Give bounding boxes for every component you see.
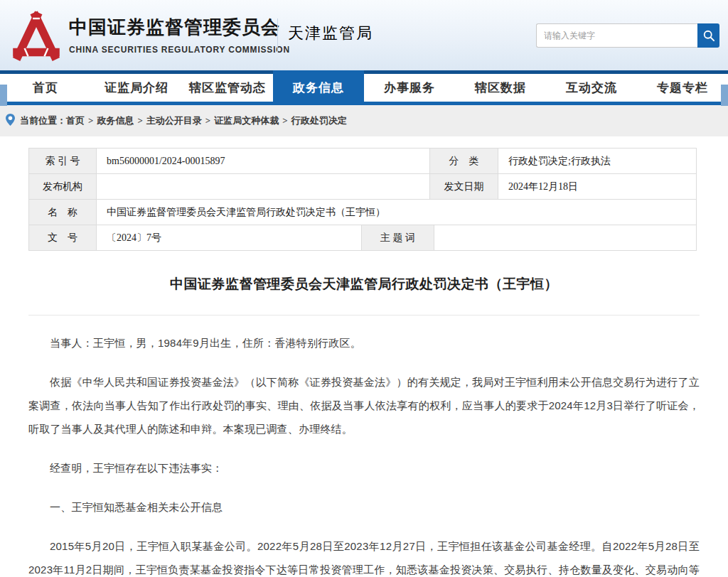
paragraph-legal-basis: 依据《中华人民共和国证券投资基金法》（以下简称《证券投资基金法》）的有关规定，我… — [28, 370, 700, 441]
meta-label-agency: 发布机构 — [28, 173, 97, 200]
meta-value-date: 2024年12月18日 — [498, 173, 697, 200]
meta-value-category: 行政处罚决定;行政执法 — [498, 148, 697, 174]
nav-item-bureau-intro[interactable]: 证监局介绍 — [91, 70, 182, 105]
meta-value-doc-no: 〔2024〕7号 — [96, 225, 362, 251]
org-name-en: CHINA SECURITIES REGULATORY COMMISSION — [69, 45, 290, 55]
meta-label-index: 索 引 号 — [28, 148, 97, 174]
meta-value-agency — [96, 173, 430, 200]
meta-row: 索 引 号 bm56000001/2024-00015897 分 类 行政处罚决… — [28, 148, 697, 174]
breadcrumb-item-current: 行政处罚决定 — [291, 114, 347, 127]
title-divider — [28, 315, 700, 316]
breadcrumb-item-home[interactable]: 首页 — [66, 114, 85, 127]
breadcrumb-item-open-catalog[interactable]: 主动公开目录 — [146, 114, 202, 127]
breadcrumb-item-gov-info[interactable]: 政务信息 — [97, 114, 134, 127]
site-header: 中国证券监督管理委员会 CHINA SECURITIES REGULATORY … — [0, 0, 728, 70]
breadcrumb: 当前位置： 首页 > 政务信息 > 主动公开目录 > 证监局文种体裁 > 行政处… — [0, 105, 728, 136]
nav-item-regional-data[interactable]: 辖区数据 — [455, 70, 546, 105]
meta-row: 发布机构 发文日期 2024年12月18日 — [28, 173, 697, 200]
main-nav: 首页 证监局介绍 辖区监管动态 政务信息 办事服务 辖区数据 互动交流 专题专栏 — [0, 70, 728, 105]
paragraph-section-heading: 一、王宇恒知悉基金相关未公开信息 — [28, 495, 700, 519]
right-edge-decoration — [721, 85, 728, 106]
meta-value-index: bm56000001/2024-00015897 — [96, 148, 430, 174]
org-name: 中国证券监督管理委员会 — [69, 15, 290, 40]
bureau-name: 天津监管局 — [288, 23, 373, 44]
breadcrumb-separator: > — [282, 115, 287, 126]
paragraph-party: 当事人：王宇恒，男，1984年9月出生，住所：香港特别行政区。 — [28, 331, 700, 355]
breadcrumb-prefix: 当前位置： — [20, 114, 66, 127]
breadcrumb-separator: > — [205, 115, 210, 126]
document-content: 索 引 号 bm56000001/2024-00015897 分 类 行政处罚决… — [0, 136, 728, 577]
breadcrumb-separator: > — [137, 115, 142, 126]
meta-label-date: 发文日期 — [429, 173, 498, 200]
meta-table: 索 引 号 bm56000001/2024-00015897 分 类 行政处罚决… — [28, 148, 697, 251]
header-divider — [277, 18, 278, 53]
nav-item-special-topics[interactable]: 专题专栏 — [637, 70, 728, 105]
meta-label-doc-no: 文 号 — [28, 225, 97, 251]
meta-row: 名 称 中国证券监督管理委员会天津监管局行政处罚决定书（王宇恒） — [28, 199, 697, 225]
search-box — [536, 23, 719, 48]
nav-item-interaction[interactable]: 互动交流 — [546, 70, 637, 105]
paragraph-facts: 2015年5月20日，王宇恒入职某基金公司。2022年5月28日至2023年12… — [28, 534, 700, 577]
meta-label-category: 分 类 — [429, 148, 498, 174]
meta-label-name: 名 称 — [28, 199, 97, 225]
breadcrumb-item-doc-type[interactable]: 证监局文种体裁 — [214, 114, 279, 127]
csrc-logo-icon[interactable] — [7, 6, 65, 64]
nav-item-services[interactable]: 办事服务 — [364, 70, 455, 105]
nav-item-home[interactable]: 首页 — [0, 70, 91, 105]
search-input[interactable] — [536, 23, 697, 48]
location-pin-icon — [6, 114, 15, 129]
search-icon — [702, 28, 716, 43]
left-edge-decoration — [0, 85, 7, 106]
paragraph-findings-intro: 经查明，王宇恒存在以下违法事实： — [28, 456, 700, 480]
page: 中国证券监督管理委员会 CHINA SECURITIES REGULATORY … — [0, 0, 728, 577]
nav-item-gov-info[interactable]: 政务信息 — [273, 70, 364, 105]
meta-value-name: 中国证券监督管理委员会天津监管局行政处罚决定书（王宇恒） — [96, 199, 697, 225]
document-body: 当事人：王宇恒，男，1984年9月出生，住所：香港特别行政区。 依据《中华人民共… — [28, 331, 700, 577]
meta-row: 文 号 〔2024〕7号 主 题 词 — [28, 225, 697, 251]
org-title-block: 中国证券监督管理委员会 CHINA SECURITIES REGULATORY … — [69, 15, 290, 55]
document-title: 中国证券监督管理委员会天津监管局行政处罚决定书（王宇恒） — [28, 275, 700, 293]
breadcrumb-separator: > — [88, 115, 93, 126]
meta-value-subject — [434, 225, 697, 251]
nav-item-regional-news[interactable]: 辖区监管动态 — [182, 70, 273, 105]
meta-label-subject: 主 题 词 — [361, 225, 434, 251]
search-button[interactable] — [697, 23, 719, 48]
